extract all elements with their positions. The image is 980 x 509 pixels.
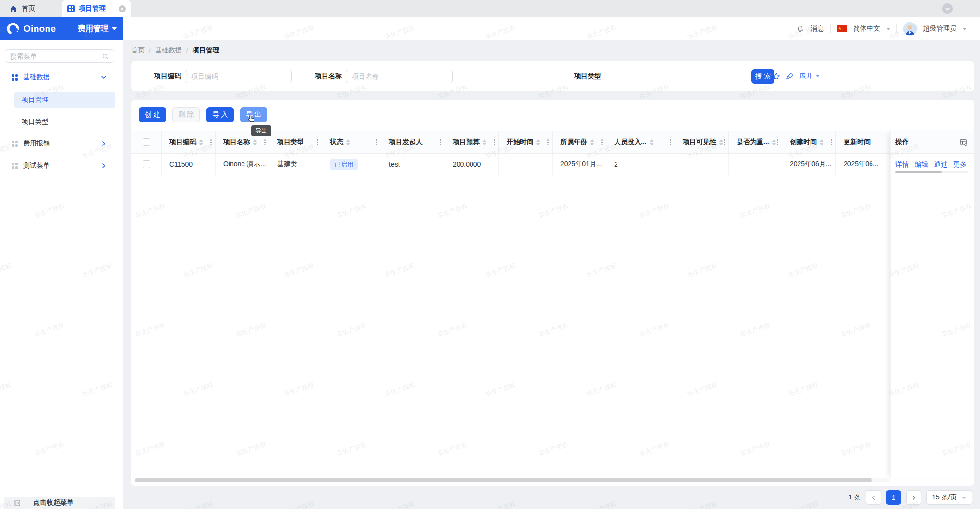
user-menu[interactable]: 超级管理员 — [923, 24, 956, 33]
sort-icon[interactable] — [536, 139, 540, 145]
sort-icon[interactable] — [820, 139, 823, 145]
sort-icon[interactable] — [772, 139, 776, 145]
tab-close-icon[interactable]: ✕ — [119, 5, 126, 12]
menu-search-box[interactable] — [5, 49, 114, 63]
scrollbar-thumb[interactable] — [135, 478, 872, 482]
actions-scrollbar-thumb[interactable] — [895, 171, 942, 173]
column-header-状态[interactable]: 状态 — [322, 131, 381, 153]
horizontal-scrollbar[interactable] — [135, 478, 890, 482]
sort-icon[interactable] — [650, 139, 653, 145]
next-page-button[interactable] — [906, 490, 921, 505]
avatar[interactable] — [903, 22, 917, 36]
delete-button[interactable]: 删除 — [172, 107, 200, 122]
column-label: 是否为重... — [737, 138, 769, 146]
actions-cell: 详情编辑通过更多 — [891, 154, 974, 175]
column-header-开始时间[interactable]: 开始时间 — [499, 131, 553, 153]
sidebar-item-项目管理[interactable]: 项目管理 — [14, 92, 115, 108]
column-label: 项目可见性 — [683, 138, 716, 146]
sort-asc-icon — [590, 139, 594, 142]
table-header-row: 项目编码项目名称项目类型状态项目发起人项目预算开始时间所属年份人员投入...项目… — [131, 131, 890, 154]
row-checkbox[interactable] — [143, 160, 150, 168]
bell-icon[interactable] — [796, 25, 804, 33]
create-button[interactable]: 创建 — [139, 107, 166, 122]
table-body: C11500Oinone 演示...基建类已启用test200.00002025… — [131, 154, 890, 175]
messages-link[interactable]: 消息 — [811, 24, 824, 33]
column-menu-icon[interactable] — [601, 142, 603, 143]
column-header-所属年份[interactable]: 所属年份 — [553, 131, 606, 153]
sort-icon[interactable] — [253, 139, 257, 145]
column-header-项目编码[interactable]: 项目编码 — [162, 131, 216, 153]
sort-desc-icon — [772, 143, 776, 145]
action-link-通过[interactable]: 通过 — [934, 160, 947, 169]
sort-asc-icon — [820, 139, 823, 142]
column-menu-icon[interactable] — [670, 142, 671, 143]
column-settings-icon[interactable] — [959, 138, 968, 146]
current-page-button[interactable]: 1 — [886, 490, 901, 505]
sort-icon[interactable] — [590, 139, 594, 145]
column-menu-icon[interactable] — [777, 142, 778, 143]
sidebar-item-项目类型[interactable]: 项目类型 — [14, 114, 115, 130]
menu-search-input[interactable] — [10, 52, 102, 60]
sort-desc-icon — [820, 143, 823, 145]
collapse-menu-bar[interactable]: 点击收起菜单 — [4, 497, 115, 509]
column-menu-icon[interactable] — [724, 142, 725, 143]
favorite-star-icon[interactable] — [772, 72, 781, 81]
action-link-编辑[interactable]: 编辑 — [915, 160, 928, 169]
tab-home[interactable]: 首页 — [10, 0, 35, 17]
column-menu-icon[interactable] — [440, 142, 441, 143]
sidebar-group-费用报销[interactable]: 费用报销 — [0, 136, 123, 151]
import-button[interactable]: 导入 — [206, 107, 234, 122]
expand-toggle[interactable]: 展开 — [799, 72, 820, 80]
table-cell: 已启用 — [322, 154, 381, 175]
actions-column-label: 操作 — [895, 138, 909, 146]
column-menu-icon[interactable] — [831, 142, 832, 143]
clear-brush-icon[interactable] — [785, 72, 795, 81]
column-menu-icon[interactable] — [494, 142, 495, 143]
action-link-详情[interactable]: 详情 — [895, 160, 909, 169]
cell-text: 200.0000 — [453, 160, 481, 168]
sort-icon[interactable] — [483, 139, 486, 145]
column-header-项目可见性[interactable]: 项目可见性 — [675, 131, 729, 153]
action-link-更多[interactable]: 更多 — [953, 160, 967, 169]
cell-text: test — [389, 160, 400, 168]
prev-page-button[interactable] — [866, 490, 881, 505]
table-cell: Oinone 演示... — [216, 154, 269, 175]
column-menu-icon[interactable] — [264, 142, 266, 143]
column-menu-icon[interactable] — [376, 142, 377, 143]
sort-icon[interactable] — [199, 139, 203, 145]
sidebar-group-基础数据[interactable]: 基础数据 — [0, 70, 123, 85]
column-label: 项目预算 — [453, 138, 480, 146]
app-switcher[interactable]: 费用管理 — [78, 24, 117, 34]
actions-mini-scrollbar[interactable] — [895, 171, 968, 173]
column-menu-icon[interactable] — [210, 142, 212, 143]
sort-asc-icon — [199, 139, 203, 142]
sort-icon[interactable] — [719, 139, 723, 145]
select-all-checkbox[interactable] — [143, 138, 150, 146]
search-button[interactable]: 搜 索 — [751, 69, 774, 84]
breadcrumb-item[interactable]: 首页 — [131, 46, 145, 55]
column-header-人员投入...[interactable]: 人员投入... — [606, 131, 675, 153]
sort-desc-icon — [483, 143, 486, 145]
language-selector[interactable]: 简体中文 — [853, 24, 880, 33]
breadcrumb-item[interactable]: 基础数据 — [155, 46, 182, 55]
tabbar-collapse-button[interactable] — [942, 3, 953, 14]
column-header-是否为重...[interactable]: 是否为重... — [729, 131, 782, 153]
search-icon — [102, 53, 109, 60]
sidebar-item-label: 项目管理 — [22, 96, 48, 104]
filter-input-项目编码[interactable] — [185, 70, 292, 83]
export-tooltip: 导出 — [251, 125, 271, 136]
sort-icon[interactable] — [346, 139, 350, 145]
table-cell — [675, 154, 729, 175]
cell-text: 2025年06月... — [790, 160, 831, 169]
export-button[interactable]: 导出 — [240, 107, 267, 122]
tab-active[interactable]: 项目管理 ✕ — [62, 0, 131, 17]
sidebar-group-测试菜单[interactable]: 测试菜单 — [0, 158, 123, 173]
column-menu-icon[interactable] — [317, 142, 318, 143]
column-header-创建时间[interactable]: 创建时间 — [782, 131, 836, 153]
brand-block: Oinone 费用管理 — [0, 17, 123, 40]
column-header-checkbox[interactable] — [131, 131, 162, 153]
column-menu-icon[interactable] — [547, 142, 549, 143]
column-header-项目预算[interactable]: 项目预算 — [445, 131, 499, 153]
filter-input-项目名称[interactable] — [346, 70, 453, 83]
page-size-select[interactable]: 15 条/页 — [926, 490, 972, 505]
